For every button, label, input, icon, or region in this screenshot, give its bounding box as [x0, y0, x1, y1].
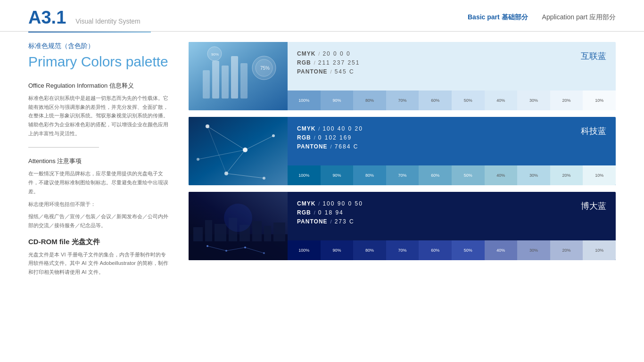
cmyk-row-2: CMYK / 100 40 0 20 [297, 125, 606, 132]
pantone-row-2: PANTONE / 7684 C [297, 143, 606, 150]
bar-seg-1-8: 30% [517, 90, 550, 110]
svg-point-21 [263, 177, 265, 180]
svg-point-19 [272, 134, 275, 137]
card-info-2: 科技蓝 CMYK / 100 40 0 20 RGB / 0 102 169 P… [288, 117, 616, 185]
attentions-heading: Attentions 注意事项 [28, 157, 170, 165]
gradient-bar-1: 100% 90% 80% 70% 60% 50% 40% 30% 20% 10% [288, 90, 616, 110]
svg-text:75%: 75% [260, 66, 270, 71]
svg-point-17 [206, 124, 209, 128]
color-name-2: 科技蓝 [581, 125, 606, 137]
bar-seg-2-4: 70% [386, 165, 419, 185]
header-nav: Basic part 基础部分 Application part 应用部分 [468, 13, 616, 22]
section-title-cn: 标准色规范（含色阶） [28, 42, 170, 50]
pantone-label-3: PANTONE [297, 218, 328, 225]
cmyk-value-2: 100 40 0 20 [322, 125, 363, 132]
section-title-en: Primary Colors palette [28, 53, 170, 70]
svg-rect-31 [252, 221, 262, 241]
bar-seg-1-9: 20% [550, 90, 583, 110]
bar-seg-1-3: 80% [353, 90, 386, 110]
office-text: 标准色彩在识别系统中是超越一切形态而为先的个性载体。它能有效地区分与强调形象的差… [28, 94, 170, 138]
cmyk-label-3: CMYK [297, 200, 315, 207]
header: A3.1 Visual Identity System Basic part 基… [0, 0, 644, 32]
bar-seg-3-1: 100% [288, 240, 321, 260]
bar-seg-2-5: 60% [419, 165, 452, 185]
svg-rect-25 [189, 234, 288, 260]
svg-text:90%: 90% [211, 52, 219, 57]
bar-seg-1-1: 100% [288, 90, 321, 110]
pantone-value-2: 7684 C [335, 143, 359, 150]
svg-rect-3 [222, 66, 229, 99]
nav-basic[interactable]: Basic part 基础部分 [468, 13, 528, 22]
left-divider [28, 147, 99, 148]
bar-seg-3-8: 30% [517, 240, 550, 260]
cmyk-row-3: CMYK / 100 90 0 50 [297, 200, 606, 207]
bar-seg-3-9: 20% [550, 240, 583, 260]
bar-seg-1-4: 70% [386, 90, 419, 110]
card-image-2 [189, 117, 288, 185]
bar-seg-1-10: 10% [583, 90, 616, 110]
rgb-value-3: 0 18 94 [318, 209, 344, 216]
nav-application[interactable]: Application part 应用部分 [542, 13, 616, 22]
rgb-label-2: RGB [297, 134, 311, 141]
bar-seg-2-1: 100% [288, 165, 321, 185]
rgb-row-3: RGB / 0 18 94 [297, 209, 606, 216]
svg-rect-33 [273, 222, 285, 241]
bar-seg-2-7: 40% [485, 165, 518, 185]
cmyk-value-1: 20 0 0 0 [322, 50, 350, 57]
cmyk-row-1: CMYK / 20 0 0 0 [297, 50, 606, 57]
card-image-3 [189, 192, 288, 260]
rgb-value-2: 0 102 169 [318, 134, 352, 141]
cdrom-heading: CD-ROM file 光盘文件 [28, 238, 170, 247]
svg-rect-2 [212, 61, 219, 99]
card-info-1: 互联蓝 CMYK / 20 0 0 0 RGB / 211 237 251 PA… [288, 42, 616, 110]
color-card-3: 博大蓝 CMYK / 100 90 0 50 RGB / 0 18 94 PAN… [189, 192, 616, 260]
bar-seg-3-3: 80% [353, 240, 386, 260]
pantone-label-2: PANTONE [297, 143, 328, 150]
office-heading: Office Regulation Information 信息释义 [28, 82, 170, 90]
cmyk-label-1: CMYK [297, 50, 315, 57]
color-name-1: 互联蓝 [581, 50, 606, 62]
bar-seg-2-8: 30% [517, 165, 550, 185]
pantone-value-1: 545 C [335, 68, 355, 75]
rgb-row-2: RGB / 0 102 169 [297, 134, 606, 141]
bar-seg-2-3: 80% [353, 165, 386, 185]
pantone-row-3: PANTONE / 273 C [297, 218, 606, 225]
svg-point-41 [224, 204, 252, 232]
header-left: A3.1 Visual Identity System [28, 8, 140, 26]
color-card-1: 75% 90% 互联蓝 CMYK / 20 0 0 0 RGB / 211 23… [189, 42, 616, 110]
attentions-text-1: 在一般情况下使用品牌标志，应尽量使用提供的光盘电子文件，不建议使用标准制图绘制标… [28, 169, 170, 196]
bar-seg-3-6: 50% [452, 240, 485, 260]
card-info-3: 博大蓝 CMYK / 100 90 0 50 RGB / 0 18 94 PAN… [288, 192, 616, 260]
page-subtitle: Visual Identity System [75, 17, 140, 25]
gradient-bar-3: 100% 90% 80% 70% 60% 50% 40% 30% 20% 10% [288, 240, 616, 260]
cmyk-value-3: 100 90 0 50 [322, 200, 363, 207]
attentions-text-2: 标志使用环境包括但不限于： [28, 200, 170, 209]
rgb-label-3: RGB [297, 209, 311, 216]
svg-point-20 [224, 172, 228, 175]
bar-seg-1-2: 90% [321, 90, 354, 110]
rgb-label-1: RGB [297, 59, 311, 66]
page-code: A3.1 [28, 8, 66, 26]
bar-seg-2-2: 90% [321, 165, 354, 185]
bar-seg-2-9: 20% [550, 165, 583, 185]
pantone-row-1: PANTONE / 545 C [297, 68, 606, 75]
svg-rect-5 [240, 63, 248, 99]
right-panel: 75% 90% 互联蓝 CMYK / 20 0 0 0 RGB / 211 23… [189, 42, 616, 277]
attentions-text-3: 报纸／电视广告／宣传／包装／会议／新闻发布会／公司内外部的交流／接待服务／纪念品… [28, 212, 170, 230]
svg-rect-26 [193, 227, 203, 241]
bar-seg-1-6: 50% [452, 90, 485, 110]
cmyk-label-2: CMYK [297, 125, 315, 132]
svg-rect-1 [203, 70, 210, 99]
bar-seg-3-2: 90% [321, 240, 354, 260]
bar-seg-3-10: 10% [583, 240, 616, 260]
gradient-bar-2: 100% 90% 80% 70% 60% 50% 40% 30% 20% 10% [288, 165, 616, 185]
bar-seg-3-7: 40% [485, 240, 518, 260]
pantone-label-1: PANTONE [297, 68, 328, 75]
svg-rect-32 [264, 226, 271, 241]
svg-rect-28 [215, 224, 226, 241]
bar-seg-2-10: 10% [583, 165, 616, 185]
bar-seg-2-6: 50% [452, 165, 485, 185]
bar-seg-1-5: 60% [419, 90, 452, 110]
left-panel: 标准色规范（含色阶） Primary Colors palette Office… [28, 42, 170, 277]
bar-seg-3-4: 70% [386, 240, 419, 260]
